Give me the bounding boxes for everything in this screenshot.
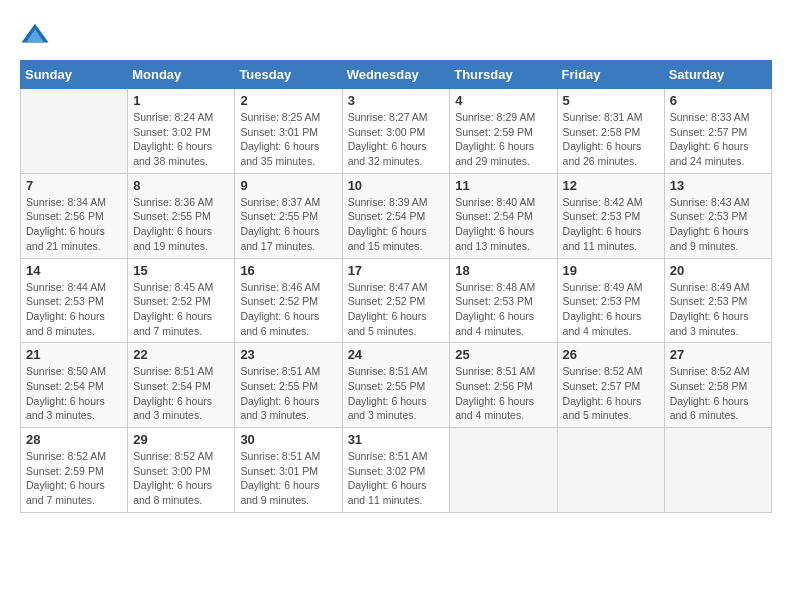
day-number: 11 (455, 178, 551, 193)
day-cell: 14Sunrise: 8:44 AM Sunset: 2:53 PM Dayli… (21, 258, 128, 343)
day-detail: Sunrise: 8:52 AM Sunset: 2:58 PM Dayligh… (670, 364, 766, 423)
header-cell-tuesday: Tuesday (235, 61, 342, 89)
calendar-body: 1Sunrise: 8:24 AM Sunset: 3:02 PM Daylig… (21, 89, 772, 513)
calendar-table: SundayMondayTuesdayWednesdayThursdayFrid… (20, 60, 772, 513)
day-cell: 13Sunrise: 8:43 AM Sunset: 2:53 PM Dayli… (664, 173, 771, 258)
day-detail: Sunrise: 8:42 AM Sunset: 2:53 PM Dayligh… (563, 195, 659, 254)
header-cell-friday: Friday (557, 61, 664, 89)
day-number: 5 (563, 93, 659, 108)
day-number: 7 (26, 178, 122, 193)
day-number: 8 (133, 178, 229, 193)
day-detail: Sunrise: 8:49 AM Sunset: 2:53 PM Dayligh… (670, 280, 766, 339)
day-cell: 1Sunrise: 8:24 AM Sunset: 3:02 PM Daylig… (128, 89, 235, 174)
day-number: 22 (133, 347, 229, 362)
day-detail: Sunrise: 8:52 AM Sunset: 2:57 PM Dayligh… (563, 364, 659, 423)
day-cell: 2Sunrise: 8:25 AM Sunset: 3:01 PM Daylig… (235, 89, 342, 174)
day-cell: 23Sunrise: 8:51 AM Sunset: 2:55 PM Dayli… (235, 343, 342, 428)
day-number: 29 (133, 432, 229, 447)
week-row: 1Sunrise: 8:24 AM Sunset: 3:02 PM Daylig… (21, 89, 772, 174)
day-number: 27 (670, 347, 766, 362)
day-detail: Sunrise: 8:51 AM Sunset: 3:01 PM Dayligh… (240, 449, 336, 508)
day-cell: 19Sunrise: 8:49 AM Sunset: 2:53 PM Dayli… (557, 258, 664, 343)
day-cell: 16Sunrise: 8:46 AM Sunset: 2:52 PM Dayli… (235, 258, 342, 343)
day-number: 2 (240, 93, 336, 108)
day-detail: Sunrise: 8:51 AM Sunset: 3:02 PM Dayligh… (348, 449, 445, 508)
day-detail: Sunrise: 8:24 AM Sunset: 3:02 PM Dayligh… (133, 110, 229, 169)
day-cell: 10Sunrise: 8:39 AM Sunset: 2:54 PM Dayli… (342, 173, 450, 258)
day-cell: 8Sunrise: 8:36 AM Sunset: 2:55 PM Daylig… (128, 173, 235, 258)
day-cell: 27Sunrise: 8:52 AM Sunset: 2:58 PM Dayli… (664, 343, 771, 428)
day-number: 12 (563, 178, 659, 193)
day-cell: 7Sunrise: 8:34 AM Sunset: 2:56 PM Daylig… (21, 173, 128, 258)
header-cell-monday: Monday (128, 61, 235, 89)
day-cell: 22Sunrise: 8:51 AM Sunset: 2:54 PM Dayli… (128, 343, 235, 428)
day-detail: Sunrise: 8:45 AM Sunset: 2:52 PM Dayligh… (133, 280, 229, 339)
day-detail: Sunrise: 8:49 AM Sunset: 2:53 PM Dayligh… (563, 280, 659, 339)
day-detail: Sunrise: 8:46 AM Sunset: 2:52 PM Dayligh… (240, 280, 336, 339)
day-cell: 6Sunrise: 8:33 AM Sunset: 2:57 PM Daylig… (664, 89, 771, 174)
week-row: 14Sunrise: 8:44 AM Sunset: 2:53 PM Dayli… (21, 258, 772, 343)
day-detail: Sunrise: 8:37 AM Sunset: 2:55 PM Dayligh… (240, 195, 336, 254)
day-number: 4 (455, 93, 551, 108)
day-cell: 3Sunrise: 8:27 AM Sunset: 3:00 PM Daylig… (342, 89, 450, 174)
day-cell: 17Sunrise: 8:47 AM Sunset: 2:52 PM Dayli… (342, 258, 450, 343)
day-cell: 25Sunrise: 8:51 AM Sunset: 2:56 PM Dayli… (450, 343, 557, 428)
day-cell: 29Sunrise: 8:52 AM Sunset: 3:00 PM Dayli… (128, 428, 235, 513)
day-cell (664, 428, 771, 513)
day-detail: Sunrise: 8:51 AM Sunset: 2:56 PM Dayligh… (455, 364, 551, 423)
day-number: 3 (348, 93, 445, 108)
day-detail: Sunrise: 8:36 AM Sunset: 2:55 PM Dayligh… (133, 195, 229, 254)
day-cell: 31Sunrise: 8:51 AM Sunset: 3:02 PM Dayli… (342, 428, 450, 513)
day-cell: 26Sunrise: 8:52 AM Sunset: 2:57 PM Dayli… (557, 343, 664, 428)
week-row: 28Sunrise: 8:52 AM Sunset: 2:59 PM Dayli… (21, 428, 772, 513)
day-detail: Sunrise: 8:52 AM Sunset: 3:00 PM Dayligh… (133, 449, 229, 508)
day-number: 24 (348, 347, 445, 362)
day-detail: Sunrise: 8:51 AM Sunset: 2:55 PM Dayligh… (348, 364, 445, 423)
day-detail: Sunrise: 8:43 AM Sunset: 2:53 PM Dayligh… (670, 195, 766, 254)
day-cell: 5Sunrise: 8:31 AM Sunset: 2:58 PM Daylig… (557, 89, 664, 174)
day-detail: Sunrise: 8:31 AM Sunset: 2:58 PM Dayligh… (563, 110, 659, 169)
day-cell: 12Sunrise: 8:42 AM Sunset: 2:53 PM Dayli… (557, 173, 664, 258)
week-row: 21Sunrise: 8:50 AM Sunset: 2:54 PM Dayli… (21, 343, 772, 428)
header-cell-saturday: Saturday (664, 61, 771, 89)
day-number: 21 (26, 347, 122, 362)
day-detail: Sunrise: 8:51 AM Sunset: 2:55 PM Dayligh… (240, 364, 336, 423)
week-row: 7Sunrise: 8:34 AM Sunset: 2:56 PM Daylig… (21, 173, 772, 258)
day-detail: Sunrise: 8:44 AM Sunset: 2:53 PM Dayligh… (26, 280, 122, 339)
header-cell-sunday: Sunday (21, 61, 128, 89)
day-cell: 11Sunrise: 8:40 AM Sunset: 2:54 PM Dayli… (450, 173, 557, 258)
day-number: 17 (348, 263, 445, 278)
day-cell: 9Sunrise: 8:37 AM Sunset: 2:55 PM Daylig… (235, 173, 342, 258)
day-cell (21, 89, 128, 174)
day-cell: 30Sunrise: 8:51 AM Sunset: 3:01 PM Dayli… (235, 428, 342, 513)
day-number: 23 (240, 347, 336, 362)
day-number: 28 (26, 432, 122, 447)
day-cell (557, 428, 664, 513)
day-cell: 20Sunrise: 8:49 AM Sunset: 2:53 PM Dayli… (664, 258, 771, 343)
day-number: 31 (348, 432, 445, 447)
day-number: 16 (240, 263, 336, 278)
day-cell (450, 428, 557, 513)
day-detail: Sunrise: 8:48 AM Sunset: 2:53 PM Dayligh… (455, 280, 551, 339)
day-number: 19 (563, 263, 659, 278)
logo-icon (20, 20, 50, 50)
day-cell: 24Sunrise: 8:51 AM Sunset: 2:55 PM Dayli… (342, 343, 450, 428)
day-number: 30 (240, 432, 336, 447)
day-detail: Sunrise: 8:51 AM Sunset: 2:54 PM Dayligh… (133, 364, 229, 423)
day-detail: Sunrise: 8:40 AM Sunset: 2:54 PM Dayligh… (455, 195, 551, 254)
day-number: 14 (26, 263, 122, 278)
day-number: 9 (240, 178, 336, 193)
calendar-header: SundayMondayTuesdayWednesdayThursdayFrid… (21, 61, 772, 89)
day-number: 1 (133, 93, 229, 108)
day-detail: Sunrise: 8:52 AM Sunset: 2:59 PM Dayligh… (26, 449, 122, 508)
day-detail: Sunrise: 8:47 AM Sunset: 2:52 PM Dayligh… (348, 280, 445, 339)
day-number: 20 (670, 263, 766, 278)
day-detail: Sunrise: 8:33 AM Sunset: 2:57 PM Dayligh… (670, 110, 766, 169)
day-number: 26 (563, 347, 659, 362)
day-number: 10 (348, 178, 445, 193)
day-detail: Sunrise: 8:39 AM Sunset: 2:54 PM Dayligh… (348, 195, 445, 254)
day-number: 18 (455, 263, 551, 278)
day-cell: 15Sunrise: 8:45 AM Sunset: 2:52 PM Dayli… (128, 258, 235, 343)
day-detail: Sunrise: 8:29 AM Sunset: 2:59 PM Dayligh… (455, 110, 551, 169)
day-detail: Sunrise: 8:25 AM Sunset: 3:01 PM Dayligh… (240, 110, 336, 169)
